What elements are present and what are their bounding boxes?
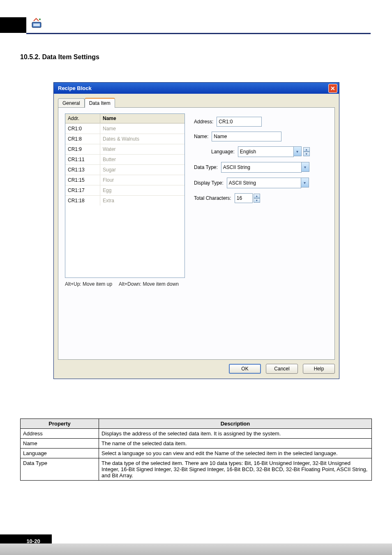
displaytype-label: Display Type:: [194, 180, 224, 186]
product-logo-icon: [31, 17, 43, 29]
table-header-description: Description: [99, 419, 372, 429]
chevron-down-icon[interactable]: ▾: [301, 178, 309, 187]
datatype-select[interactable]: [221, 162, 302, 173]
tab-data-item[interactable]: Data Item: [85, 98, 115, 108]
table-cell-property: Data Type: [21, 458, 99, 481]
table-row: Address Displays the address of the sele…: [21, 429, 372, 439]
table-row: Name The name of the selected data item.: [21, 439, 372, 449]
name-label: Name:: [194, 134, 208, 139]
displaytype-select[interactable]: [227, 178, 301, 188]
language-index-up[interactable]: ▲: [303, 147, 310, 152]
data-item-list[interactable]: Addr. Name CR1:0Name CR1:8Dates & Walnut…: [65, 113, 185, 278]
list-row[interactable]: CR1:9Water: [65, 144, 184, 154]
hint-down: Alt+Down: Move item down: [119, 281, 179, 287]
table-cell-description: The name of the selected data item.: [99, 439, 372, 449]
address-label: Address:: [194, 119, 213, 125]
table-header-property: Property: [21, 419, 99, 429]
page-header: [0, 0, 392, 35]
address-field: [217, 117, 262, 127]
dialog-title: Recipe Block: [55, 85, 92, 91]
datatype-label: Data Type:: [194, 164, 218, 170]
table-cell-description: The data type of the selected item. Ther…: [99, 458, 372, 481]
close-icon[interactable]: ✕: [328, 84, 337, 93]
tab-row: General Data Item: [58, 97, 335, 108]
totalchars-field[interactable]: [235, 193, 253, 203]
list-cell-addr: CR1:17: [65, 185, 100, 195]
table-cell-property: Language: [21, 449, 99, 458]
page-footer: [0, 543, 392, 555]
list-cell-name: Dates & Walnuts: [100, 134, 184, 144]
svg-point-2: [39, 18, 41, 20]
list-cell-addr: CR1:18: [65, 196, 100, 206]
list-row[interactable]: CR1:15Flour: [65, 175, 184, 185]
list-cell-addr: CR1:13: [65, 165, 100, 175]
language-label: Language:: [211, 149, 235, 155]
table-cell-description: Select a language so you can view and ed…: [99, 449, 372, 458]
list-header-name: Name: [100, 114, 184, 123]
list-cell-addr: CR1:15: [65, 175, 100, 185]
list-cell-addr: CR1:11: [65, 155, 100, 164]
totalchars-up[interactable]: ▲: [254, 194, 260, 198]
list-row[interactable]: CR1:8Dates & Walnuts: [65, 134, 184, 144]
header-black-block: [0, 17, 26, 33]
language-index-down[interactable]: ▼: [303, 152, 310, 156]
list-cell-name: Egg: [100, 185, 184, 195]
table-row: Data Type The data type of the selected …: [21, 458, 372, 481]
data-item-form: Address: Name: Language: ▾ ▲ ▼: [194, 117, 321, 208]
svg-rect-1: [33, 23, 40, 26]
list-row[interactable]: CR1:13Sugar: [65, 164, 184, 175]
name-field[interactable]: [212, 132, 281, 141]
list-reorder-hint: Alt+Up: Move item up Alt+Down: Move item…: [65, 281, 179, 287]
list-cell-name: Sugar: [100, 165, 184, 175]
section-heading: 10.5.2. Data Item Settings: [20, 53, 99, 61]
list-row[interactable]: CR1:18Extra: [65, 195, 184, 206]
cancel-button[interactable]: Cancel: [266, 364, 298, 374]
dialog-titlebar: Recipe Block ✕: [54, 83, 339, 94]
list-header: Addr. Name: [65, 114, 184, 123]
recipe-block-dialog: Recipe Block ✕ General Data Item Addr. N…: [53, 82, 339, 379]
ok-button[interactable]: OK: [229, 364, 261, 374]
hint-up: Alt+Up: Move item up: [65, 281, 112, 287]
chevron-down-icon[interactable]: ▾: [294, 146, 302, 156]
list-row[interactable]: CR1:11Butter: [65, 154, 184, 164]
list-row[interactable]: CR1:0Name: [65, 123, 184, 134]
list-cell-addr: CR1:9: [65, 144, 100, 154]
totalchars-label: Total Characters:: [194, 195, 231, 201]
header-rule: [26, 33, 371, 34]
property-description-table: Property Description Address Displays th…: [20, 419, 372, 481]
tab-panel-data-item: Addr. Name CR1:0Name CR1:8Dates & Walnut…: [58, 107, 335, 360]
list-cell-name: Name: [100, 124, 184, 134]
totalchars-down[interactable]: ▼: [254, 198, 260, 203]
list-cell-name: Water: [100, 144, 184, 154]
list-cell-addr: CR1:0: [65, 124, 100, 134]
list-cell-name: Extra: [100, 196, 184, 206]
list-cell-name: Butter: [100, 155, 184, 164]
table-cell-property: Name: [21, 439, 99, 449]
language-select[interactable]: [238, 146, 294, 157]
list-cell-addr: CR1:8: [65, 134, 100, 144]
table-cell-property: Address: [21, 429, 99, 439]
help-button[interactable]: Help: [303, 364, 335, 374]
table-row: Language Select a language so you can vi…: [21, 449, 372, 458]
list-cell-name: Flour: [100, 175, 184, 185]
list-header-addr: Addr.: [65, 114, 100, 123]
tab-general[interactable]: General: [58, 98, 85, 108]
table-cell-description: Displays the address of the selected dat…: [99, 429, 372, 439]
list-row[interactable]: CR1:17Egg: [65, 185, 184, 195]
chevron-down-icon[interactable]: ▾: [302, 162, 309, 172]
dialog-button-row: OK Cancel Help: [58, 364, 335, 374]
